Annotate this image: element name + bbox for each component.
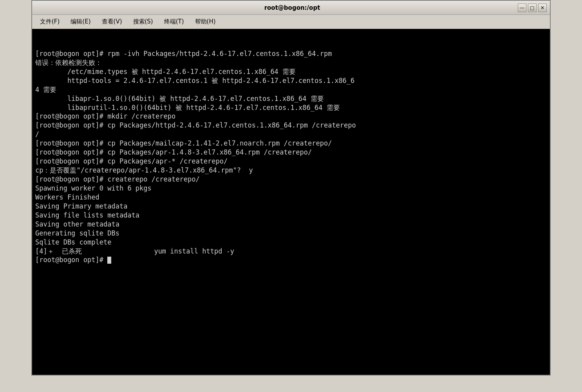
terminal-line: cp：是否覆盖"/createrepo/apr-1.4.8-3.el7.x86_… — [35, 166, 547, 175]
terminal-line: httpd-tools = 2.4.6-17.el7.centos.1 被 ht… — [35, 76, 547, 85]
menu-help[interactable]: 帮助(H) — [190, 16, 221, 27]
terminal-line: [root@bogon opt]# rpm -ivh Packages/http… — [35, 49, 547, 58]
terminal-line: / — [35, 130, 547, 139]
menu-view[interactable]: 查看(V) — [97, 16, 127, 27]
terminal-line: Sqlite DBs complete — [35, 238, 547, 247]
titlebar: root@bogon:/opt — □ ✕ — [32, 1, 550, 15]
terminal-line: [root@bogon opt]# createrepo /createrepo… — [35, 175, 547, 184]
terminal-line: Workers Finished — [35, 193, 547, 202]
terminal-line: [4]＋ 已杀死 yum install httpd -y — [35, 247, 547, 256]
maximize-button[interactable]: □ — [528, 4, 537, 12]
terminal-line: 错误：依赖检测失败： — [35, 58, 547, 67]
window-title: root@bogon:/opt — [67, 4, 518, 11]
terminal-line: libapr-1.so.0()(64bit) 被 httpd-2.4.6-17.… — [35, 94, 547, 103]
terminal-line: [root@bogon opt]# cp Packages/httpd-2.4.… — [35, 121, 547, 130]
terminal-line: Generating sqlite DBs — [35, 229, 547, 238]
terminal-line: /etc/mime.types 被 httpd-2.4.6-17.el7.cen… — [35, 67, 547, 76]
terminal-cursor — [107, 257, 111, 264]
terminal-line: Saving Primary metadata — [35, 202, 547, 211]
minimize-button[interactable]: — — [518, 4, 526, 12]
menu-file[interactable]: 文件(F) — [35, 16, 64, 27]
menubar: 文件(F) 编辑(E) 查看(V) 搜索(S) 终端(T) 帮助(H) — [32, 15, 550, 29]
menu-search[interactable]: 搜索(S) — [128, 16, 158, 27]
window-controls: — □ ✕ — [518, 4, 547, 12]
terminal-line: Saving file lists metadata — [35, 211, 547, 220]
terminal-line: 4 需要 — [35, 85, 547, 94]
menu-edit[interactable]: 编辑(E) — [66, 16, 95, 27]
close-button[interactable]: ✕ — [538, 4, 547, 12]
terminal-line: libaprutil-1.so.0()(64bit) 被 httpd-2.4.6… — [35, 103, 547, 112]
terminal-line: [root@bogon opt]# — [35, 255, 547, 264]
terminal-line: Spawning worker 0 with 6 pkgs — [35, 184, 547, 193]
terminal-line: [root@bogon opt]# cp Packages/apr-* /cre… — [35, 157, 547, 166]
terminal-line: [root@bogon opt]# mkdir /createrepo — [35, 112, 547, 121]
terminal-window: root@bogon:/opt — □ ✕ 文件(F) 编辑(E) 查看(V) … — [31, 0, 551, 376]
terminal-output[interactable]: [root@bogon opt]# rpm -ivh Packages/http… — [32, 29, 550, 375]
menu-terminal[interactable]: 终端(T) — [159, 16, 189, 27]
terminal-line: Saving other metadata — [35, 220, 547, 229]
terminal-line: [root@bogon opt]# cp Packages/mailcap-2.… — [35, 139, 547, 148]
terminal-line: [root@bogon opt]# cp Packages/apr-1.4.8-… — [35, 148, 547, 157]
